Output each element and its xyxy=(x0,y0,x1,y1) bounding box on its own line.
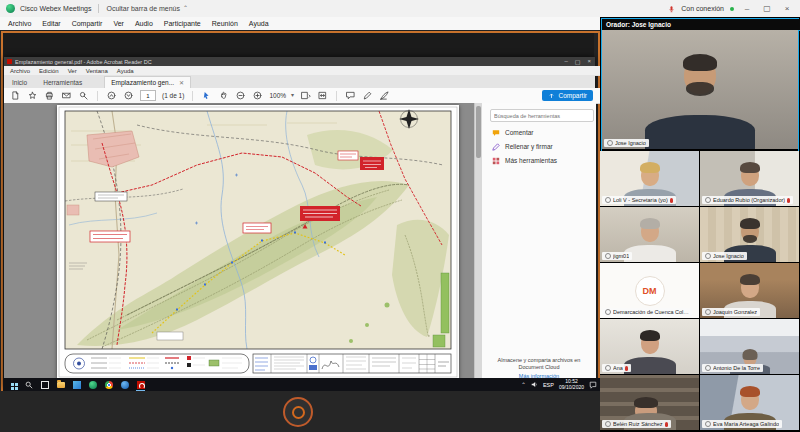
tool-comentar[interactable]: Comentar xyxy=(492,127,592,138)
chevron-down-icon: ▾ xyxy=(291,91,294,98)
sign-tool[interactable] xyxy=(379,90,390,101)
menu-ayuda[interactable]: Ayuda xyxy=(249,20,269,27)
acrobat-menu-ver[interactable]: Ver xyxy=(68,68,77,74)
next-page-button[interactable] xyxy=(123,90,134,101)
mail-icon[interactable] xyxy=(61,90,72,101)
acrobat-menu-archivo[interactable]: Archivo xyxy=(10,68,30,74)
tool-mas-herramientas[interactable]: Más herramientas xyxy=(492,155,592,166)
muted-mic-icon xyxy=(665,422,668,427)
pdf-page[interactable] xyxy=(57,105,459,379)
webex-floating-indicator[interactable] xyxy=(283,397,313,427)
file-icon[interactable] xyxy=(10,90,21,101)
file-explorer-icon[interactable] xyxy=(56,380,65,389)
photos-app-icon[interactable] xyxy=(72,380,81,389)
volume-icon[interactable] xyxy=(531,381,538,388)
acrobat-toolbar: 1 (1 de 1) 100%▾ Compartir xyxy=(4,88,601,104)
legend-strip xyxy=(65,354,249,373)
webex-app-icon[interactable] xyxy=(88,380,97,389)
tools-panel: Comentar Rellenar y firmar Más herramien… xyxy=(481,103,596,388)
tab-herramientas[interactable]: Herramientas xyxy=(35,77,90,88)
zoom-in-button[interactable] xyxy=(252,90,263,101)
participant-tile[interactable]: Eduardo Rubio (Organizador) xyxy=(700,151,799,206)
audio-indicator-icon xyxy=(605,309,611,315)
acrobat-taskbar-icon[interactable] xyxy=(136,380,145,389)
audio-indicator-icon xyxy=(607,140,613,146)
minimize-button[interactable]: – xyxy=(740,4,754,13)
tools-search-input[interactable] xyxy=(490,109,594,122)
language-indicator[interactable]: ESP xyxy=(543,382,554,388)
hide-menu-button[interactable]: Ocultar barra de menús⌃ xyxy=(106,5,188,12)
title-block xyxy=(253,354,451,373)
clock[interactable]: 10:5209/10/2020 xyxy=(559,379,584,390)
menu-ver[interactable]: Ver xyxy=(113,20,124,27)
close-button[interactable]: × xyxy=(780,4,794,13)
participant-tile[interactable]: Joaquin Gonzalez xyxy=(700,263,799,318)
select-tool[interactable] xyxy=(201,90,212,101)
participant-tile[interactable]: Eva María Arteaga Galindo xyxy=(700,375,799,430)
star-icon[interactable] xyxy=(27,90,38,101)
page-view-dropdown[interactable] xyxy=(300,90,311,101)
fit-width-icon[interactable] xyxy=(317,90,328,101)
tab-inicio[interactable]: Inicio xyxy=(4,77,35,88)
participant-tile[interactable]: Loli V - Secretaria (yo) xyxy=(600,151,699,206)
hand-tool[interactable] xyxy=(218,90,229,101)
mic-muted-icon[interactable] xyxy=(668,5,675,13)
tab-close-icon[interactable]: ✕ xyxy=(179,79,184,86)
acrobat-share-button[interactable]: Compartir xyxy=(542,90,593,101)
windows-taskbar: ⌃ ESP 10:5209/10/2020 xyxy=(3,378,601,391)
menu-participante[interactable]: Participante xyxy=(164,20,201,27)
pencil-tool[interactable] xyxy=(362,90,373,101)
menu-archivo[interactable]: Archivo xyxy=(8,20,31,27)
participant-tile-active-speaker[interactable]: Jose Ignacio xyxy=(700,207,799,262)
zoom-level-dropdown[interactable]: 100%▾ xyxy=(269,92,294,99)
menu-reunion[interactable]: Reunión xyxy=(212,20,238,27)
speaker-name-label: Jose Ignacio xyxy=(604,139,649,147)
acrobat-menu-ventana[interactable]: Ventana xyxy=(86,68,108,74)
muted-mic-icon xyxy=(625,366,628,371)
tab-document[interactable]: Emplazamiento gen... ✕ xyxy=(104,76,191,88)
topographic-map xyxy=(57,105,459,379)
browser-icon[interactable] xyxy=(120,380,129,389)
zoom-out-button[interactable] xyxy=(235,90,246,101)
search-icon[interactable] xyxy=(78,90,89,101)
acrobat-menu-edicion[interactable]: Edición xyxy=(39,68,59,74)
start-button[interactable] xyxy=(8,380,17,389)
document-area xyxy=(4,103,481,388)
menu-compartir[interactable]: Compartir xyxy=(72,20,103,27)
menu-editar[interactable]: Editar xyxy=(42,20,60,27)
participant-tile[interactable]: DM Demarcación de Cuenca Colegio de A... xyxy=(600,263,699,318)
participant-tile[interactable]: Antonio De la Torre xyxy=(700,319,799,374)
printer-icon[interactable] xyxy=(44,90,55,101)
notification-icon[interactable] xyxy=(589,381,597,389)
fill-sign-pen-icon xyxy=(492,143,500,151)
comment-tool[interactable] xyxy=(345,90,356,101)
task-view-icon[interactable] xyxy=(40,380,49,389)
tray-chevron-icon[interactable]: ⌃ xyxy=(521,381,526,388)
acrobat-menu-ayuda[interactable]: Ayuda xyxy=(117,68,134,74)
menu-audio[interactable]: Audio xyxy=(135,20,153,27)
prev-page-button[interactable] xyxy=(106,90,117,101)
audio-indicator-icon xyxy=(705,309,711,315)
speaker-video[interactable]: Jose Ignacio xyxy=(602,30,798,149)
divider xyxy=(98,4,99,13)
participant-tile[interactable]: Belén Ruiz Sánchez xyxy=(600,375,699,430)
acrobat-close-button[interactable]: × xyxy=(587,58,591,65)
share-icon xyxy=(548,92,555,99)
participant-tile[interactable]: Ana xyxy=(600,319,699,374)
webex-logo-icon xyxy=(6,4,15,13)
webex-brand: Cisco Webex Meetings xyxy=(20,5,91,12)
participant-tile[interactable]: jigm01 xyxy=(600,207,699,262)
acrobat-tabbar: Inicio Herramientas Emplazamiento gen...… xyxy=(4,75,595,88)
chrome-icon[interactable] xyxy=(104,380,113,389)
page-number-input[interactable]: 1 xyxy=(140,90,156,101)
audio-indicator-icon xyxy=(605,365,611,371)
maximize-button[interactable]: ▢ xyxy=(760,4,774,13)
tool-rellenar-firmar[interactable]: Rellenar y firmar xyxy=(492,141,592,152)
taskbar-search-icon[interactable] xyxy=(24,380,33,389)
page-count-label: (1 de 1) xyxy=(162,92,184,99)
comment-bubble-icon xyxy=(492,129,500,137)
acrobat-maximize-button[interactable]: ▢ xyxy=(575,58,581,65)
webex-titlebar: Cisco Webex Meetings Ocultar barra de me… xyxy=(0,0,800,18)
audio-indicator-icon xyxy=(705,421,711,427)
acrobat-minimize-button[interactable]: – xyxy=(564,58,567,65)
